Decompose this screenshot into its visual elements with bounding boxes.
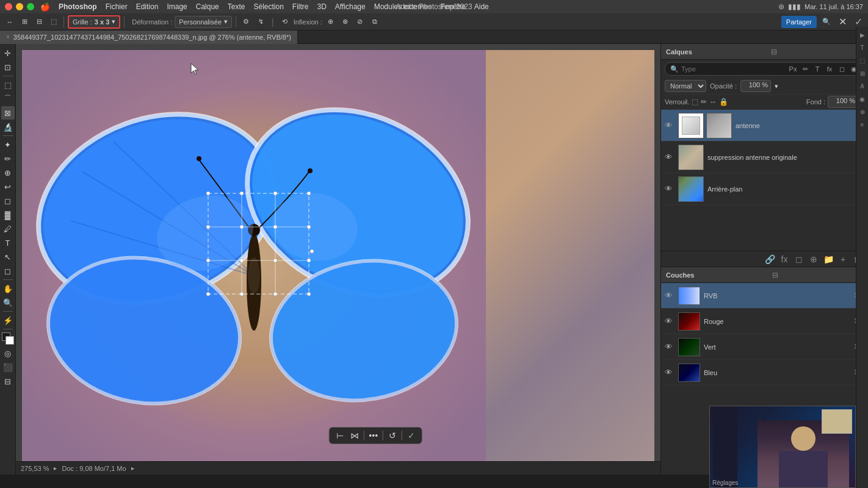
link-layers-btn[interactable]: 🔗 [764, 254, 775, 265]
history-brush[interactable]: ↩ [1, 180, 15, 193]
close-button[interactable] [5, 3, 12, 10]
minimize-button[interactable] [16, 3, 23, 10]
layer-row-suppression[interactable]: 👁 suppression antenne originale [661, 142, 868, 173]
right-btn-5[interactable]: A [857, 81, 868, 92]
screen-mode[interactable]: ⬛ [1, 361, 15, 374]
status-arrow[interactable]: ▸ [54, 465, 57, 472]
document-tab[interactable]: × 358449377_10231477437144984_7502682176… [0, 30, 298, 44]
layers-collapse[interactable]: ⊟ [771, 48, 777, 56]
menu-3d[interactable]: 3D [317, 2, 327, 11]
gear-button[interactable]: ⚙ [240, 16, 252, 28]
right-btn-2[interactable]: T [857, 42, 868, 53]
layer-row-bg[interactable]: 👁 Arrière-plan 🔒 [661, 173, 868, 205]
filter-mask-icon[interactable]: ◻ [837, 64, 847, 74]
transform-option[interactable]: ⬚ [48, 16, 60, 28]
right-btn-6[interactable]: ◉ [857, 93, 868, 104]
layer-eye-antenne[interactable]: 👁 [665, 121, 675, 130]
grid-option[interactable]: ⊞ [18, 16, 31, 28]
add-layer-btn[interactable]: + [837, 254, 848, 265]
cancel-transform[interactable]: ✕ [836, 16, 848, 28]
fill-value[interactable]: 100 % [828, 96, 858, 108]
add-mask-btn[interactable]: ◻ [794, 254, 805, 265]
extra-tool[interactable]: ⚡ [1, 314, 15, 327]
float-next-btn[interactable]: ⋈ [348, 429, 361, 442]
quick-mask[interactable]: ◎ [1, 346, 15, 360]
warp-button5[interactable]: ⊘ [354, 16, 366, 28]
hand-tool[interactable]: ✋ [1, 282, 15, 295]
filter-brush-icon[interactable]: ✏ [800, 64, 810, 74]
tab-close[interactable]: × [6, 34, 10, 40]
lock-artboard-icon[interactable]: ↔ [709, 98, 717, 106]
warp-button1[interactable]: ↯ [255, 16, 267, 28]
filter-px-icon[interactable]: Px [788, 64, 798, 74]
warp-button3[interactable]: ⊕ [325, 16, 337, 28]
menu-fichier[interactable]: Fichier [106, 2, 128, 11]
channel-eye-vert[interactable]: 👁 [665, 342, 675, 351]
layers-search-input[interactable] [681, 65, 786, 73]
add-fx-btn[interactable]: fx [779, 254, 790, 265]
grid-option2[interactable]: ⊟ [33, 16, 45, 28]
filter-t-icon[interactable]: T [812, 64, 822, 74]
spot-heal-tool[interactable]: ✦ [1, 138, 15, 151]
lock-all-icon[interactable]: 🔒 [719, 98, 728, 106]
menu-image[interactable]: Image [167, 2, 187, 11]
artboard-tool[interactable]: ⊡ [1, 60, 15, 74]
move-tool-option[interactable]: ↔ [4, 16, 16, 28]
menu-selection[interactable]: Sélection [253, 2, 283, 11]
layer-eye-bg[interactable]: 👁 [665, 184, 675, 193]
warp-button6[interactable]: ⧉ [369, 16, 381, 28]
float-prev-btn[interactable]: ⊢ [333, 429, 347, 442]
frame-tool[interactable]: ⊟ [1, 375, 15, 388]
confirm-transform[interactable]: ✓ [852, 16, 864, 28]
add-adjustment-btn[interactable]: ⊕ [808, 254, 819, 265]
channel-eye-rvb[interactable]: 👁 [665, 291, 675, 300]
lock-position-icon[interactable]: ✏ [701, 98, 707, 106]
menu-aide[interactable]: Aide [474, 2, 489, 11]
menu-texte[interactable]: Texte [228, 2, 245, 11]
channel-row-rvb[interactable]: 👁 RVB ⌘2 [661, 283, 868, 309]
menu-edition[interactable]: Edition [136, 2, 159, 11]
warp-button2[interactable]: ⟲ [279, 16, 291, 28]
channel-row-bleu[interactable]: 👁 Bleu ⌘5 [661, 360, 868, 386]
channel-row-rouge[interactable]: 👁 Rouge ⌘3 [661, 309, 868, 334]
right-btn-7[interactable]: ⊕ [857, 106, 868, 117]
float-rotate-btn[interactable]: ↺ [386, 429, 399, 442]
share-button[interactable]: Partager [781, 16, 817, 28]
channel-eye-bleu[interactable]: 👁 [665, 368, 675, 377]
clone-tool[interactable]: ⊕ [1, 166, 15, 179]
channels-collapse[interactable]: ⊟ [772, 271, 778, 279]
shape-tool[interactable]: ◻ [1, 264, 15, 278]
marquee-tool[interactable]: ⬚ [1, 78, 15, 92]
menu-calque[interactable]: Calque [196, 2, 219, 11]
layer-row-antenne[interactable]: 👁 antenne [661, 110, 868, 142]
status-arrow2[interactable]: ▸ [131, 465, 134, 472]
zoom-tool[interactable]: 🔍 [1, 296, 15, 309]
blend-mode-dropdown[interactable]: Normal Multiply Screen [665, 80, 706, 92]
menu-photoshop[interactable]: Photoshop [59, 2, 97, 11]
pen-tool[interactable]: 🖊 [1, 222, 15, 235]
opacity-value[interactable]: 100 % [740, 80, 771, 92]
foreground-color[interactable] [2, 332, 14, 345]
lock-pixels-icon[interactable]: ⬚ [692, 98, 698, 106]
float-more-btn[interactable]: ••• [367, 429, 380, 442]
crop-tool[interactable]: ⊠ [1, 106, 15, 120]
type-tool[interactable]: T [1, 236, 15, 249]
right-btn-1[interactable]: ▶ [857, 29, 868, 40]
move-tool[interactable]: ✛ [1, 46, 15, 60]
filter-fx-icon[interactable]: fx [825, 64, 834, 74]
channel-row-vert[interactable]: 👁 Vert ⌘4 [661, 334, 868, 360]
search-button[interactable]: 🔍 [820, 16, 833, 28]
brush-tool[interactable]: ✏ [1, 152, 15, 165]
channel-eye-rouge[interactable]: 👁 [665, 317, 675, 326]
grille-dropdown[interactable]: Grille : 3 x 3 ▾ [68, 15, 120, 29]
menu-filtre[interactable]: Filtre [292, 2, 309, 11]
right-btn-3[interactable]: ⬚ [857, 55, 868, 66]
layer-eye-suppression[interactable]: 👁 [665, 152, 675, 162]
menu-affichage[interactable]: Affichage [335, 2, 366, 11]
eraser-tool[interactable]: ◻ [1, 194, 15, 207]
right-btn-4[interactable]: ⊞ [857, 68, 868, 79]
path-select[interactable]: ↖ [1, 250, 15, 264]
add-group-btn[interactable]: 📁 [823, 254, 834, 265]
eyedropper-tool[interactable]: 🔬 [1, 120, 15, 134]
right-btn-8[interactable]: ≡ [857, 119, 868, 130]
